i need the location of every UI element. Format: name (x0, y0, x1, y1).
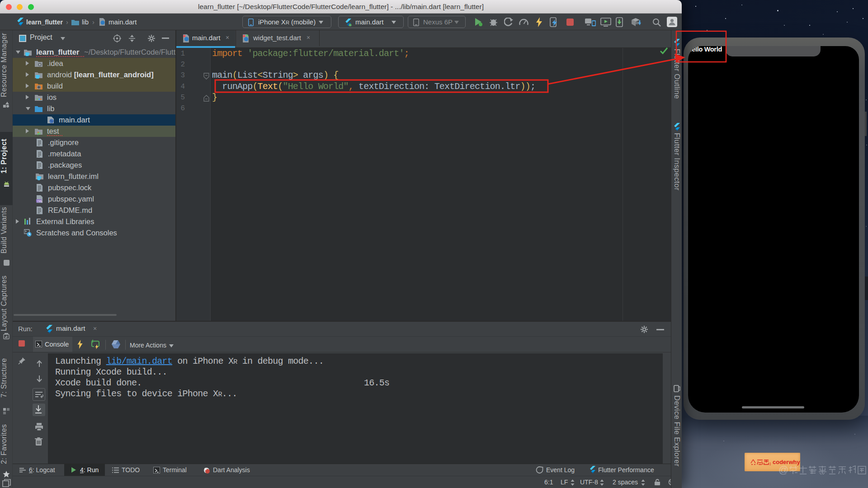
svg-text:YML: YML (37, 200, 42, 202)
